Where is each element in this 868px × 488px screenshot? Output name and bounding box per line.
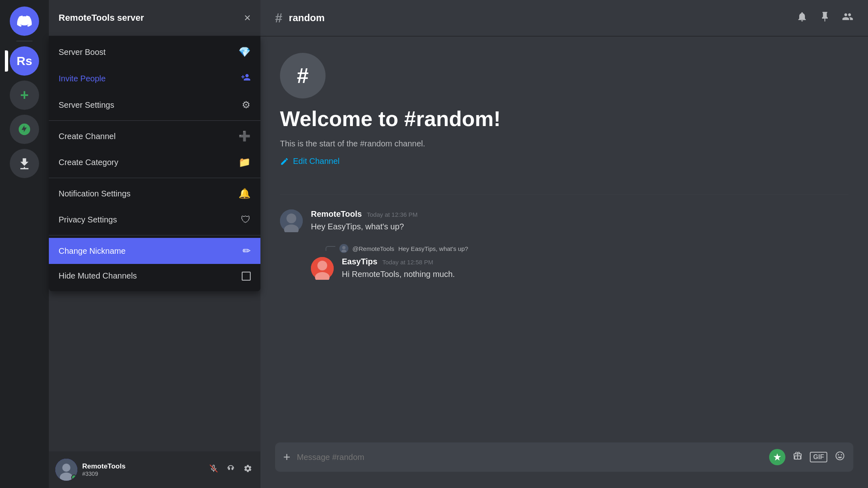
create-channel-label: Create Channel — [59, 132, 116, 141]
privacy-settings-icon: 🛡 — [241, 214, 251, 225]
avatar-remotetools — [280, 209, 303, 232]
server-settings-icon: ⚙ — [242, 99, 251, 111]
channel-name: random — [289, 12, 325, 24]
deafen-button[interactable] — [225, 462, 237, 477]
message-text-1: Hey EasyTips, what's up? — [311, 220, 848, 233]
reply-container-easytips: @RemoteTools Hey EasyTips, what's up? — [280, 242, 848, 280]
plus-icon: + — [283, 450, 291, 464]
server-icon-explore[interactable] — [10, 115, 39, 144]
user-panel: RemoteTools #3309 — [49, 451, 260, 488]
server-list: Rs + — [0, 0, 49, 488]
hide-muted-icon — [242, 272, 251, 281]
message-content-remotetools: RemoteTools Today at 12:36 PM Hey EasyTi… — [311, 209, 848, 233]
message-remotetools: RemoteTools Today at 12:36 PM Hey EasyTi… — [280, 207, 848, 235]
menu-item-create-channel[interactable]: Create Channel ➕ — [49, 123, 260, 149]
message-input[interactable] — [297, 453, 763, 462]
menu-item-invite-people[interactable]: Invite People — [49, 65, 260, 92]
notification-settings-label: Notification Settings — [59, 189, 131, 198]
change-nickname-label: Change Nickname — [59, 246, 126, 256]
menu-item-create-category[interactable]: Create Category 📁 — [49, 149, 260, 175]
chat-input-area: + GIF — [260, 442, 868, 488]
attach-file-button[interactable]: + — [283, 451, 291, 463]
user-tag: #3309 — [82, 471, 203, 477]
gif-button[interactable]: GIF — [810, 452, 827, 462]
mute-button[interactable] — [208, 462, 220, 477]
messages-divider — [280, 194, 848, 195]
user-status-dot — [71, 475, 77, 480]
server-icon-rs[interactable]: Rs — [10, 46, 39, 76]
server-boost-icon: 💎 — [238, 46, 251, 58]
menu-item-privacy-settings[interactable]: Privacy Settings 🛡 — [49, 207, 260, 233]
privacy-settings-label: Privacy Settings — [59, 215, 117, 224]
menu-divider-1 — [49, 120, 260, 121]
user-avatar — [55, 459, 77, 481]
boost-button[interactable] — [769, 449, 785, 465]
channel-sidebar-header: RemoteTools server × — [49, 0, 260, 37]
pin-button[interactable] — [819, 11, 831, 25]
server-boost-label: Server Boost — [59, 48, 106, 57]
message-content-easytips: EasyTips Today at 12:58 PM Hi RemoteTool… — [342, 257, 848, 280]
message-author-remotetools: RemoteTools — [311, 209, 362, 219]
rs-icon-label: Rs — [17, 54, 32, 68]
message-text-2: Hi RemoteTools, nothing much. — [342, 268, 848, 280]
user-controls — [208, 462, 254, 477]
gift-button[interactable] — [793, 451, 802, 463]
avatar-easytips — [311, 257, 334, 280]
input-right-icons: GIF — [769, 449, 845, 465]
server-divider — [16, 41, 33, 41]
channel-welcome-title: Welcome to #random! — [280, 107, 848, 131]
svg-point-1 — [62, 464, 70, 472]
edit-channel-label: Edit Channel — [293, 157, 340, 166]
create-category-icon: 📁 — [238, 157, 251, 168]
chat-header: # random — [260, 0, 868, 37]
close-button[interactable]: × — [244, 11, 251, 24]
menu-item-server-boost[interactable]: Server Boost 💎 — [49, 39, 260, 65]
channel-welcome-icon: # — [280, 53, 326, 98]
reply-text: Hey EasyTips, what's up? — [398, 245, 468, 252]
menu-item-hide-muted[interactable]: Hide Muted Channels — [49, 264, 260, 288]
channel-hash-icon: # — [275, 11, 282, 26]
settings-button[interactable] — [242, 462, 254, 477]
message-timestamp-1: Today at 12:36 PM — [367, 211, 418, 218]
members-button[interactable] — [842, 11, 853, 25]
context-menu: Server Boost 💎 Invite People Server Sett… — [49, 36, 260, 291]
main-chat: # random # Welcome to #random! This is t… — [260, 0, 868, 488]
server-icon-add[interactable]: + — [10, 81, 39, 110]
chat-messages: # Welcome to #random! This is the start … — [260, 37, 868, 442]
server-icon-download[interactable] — [10, 149, 39, 178]
message-header-remotetools: RemoteTools Today at 12:36 PM — [311, 209, 848, 219]
create-channel-icon: ➕ — [238, 131, 251, 142]
gif-label: GIF — [813, 453, 824, 460]
change-nickname-icon: ✏ — [243, 245, 251, 257]
menu-item-change-nickname[interactable]: Change Nickname ✏ — [49, 238, 260, 264]
svg-point-8 — [342, 246, 345, 249]
channel-welcome: # Welcome to #random! This is the start … — [280, 53, 848, 166]
chat-header-left: # random — [275, 11, 325, 26]
chat-header-right — [796, 11, 853, 25]
hide-muted-label: Hide Muted Channels — [59, 271, 137, 281]
svg-point-11 — [317, 261, 327, 270]
chat-input-box: + GIF — [275, 442, 853, 472]
menu-divider-2 — [49, 178, 260, 178]
user-info: RemoteTools #3309 — [82, 462, 203, 477]
message-author-easytips: EasyTips — [342, 257, 377, 266]
edit-channel-link[interactable]: Edit Channel — [280, 157, 848, 166]
notification-settings-icon: 🔔 — [238, 188, 251, 199]
create-category-label: Create Category — [59, 158, 118, 167]
emoji-button[interactable] — [835, 451, 845, 464]
channel-welcome-description: This is the start of the #random channel… — [280, 139, 848, 148]
message-timestamp-2: Today at 12:58 PM — [382, 259, 433, 266]
server-icon-discord-home[interactable] — [10, 7, 39, 36]
channel-hash: # — [297, 63, 309, 88]
username: RemoteTools — [82, 462, 203, 471]
notification-bell-button[interactable] — [796, 11, 808, 25]
menu-item-notification-settings[interactable]: Notification Settings 🔔 — [49, 181, 260, 207]
menu-item-server-settings[interactable]: Server Settings ⚙ — [49, 92, 260, 118]
invite-people-icon — [241, 72, 251, 85]
invite-people-label: Invite People — [59, 74, 106, 83]
server-settings-label: Server Settings — [59, 100, 114, 110]
add-icon: + — [20, 87, 28, 104]
message-easytips: EasyTips Today at 12:58 PM Hi RemoteTool… — [311, 257, 848, 280]
menu-divider-3 — [49, 235, 260, 235]
message-header-easytips: EasyTips Today at 12:58 PM — [342, 257, 848, 266]
